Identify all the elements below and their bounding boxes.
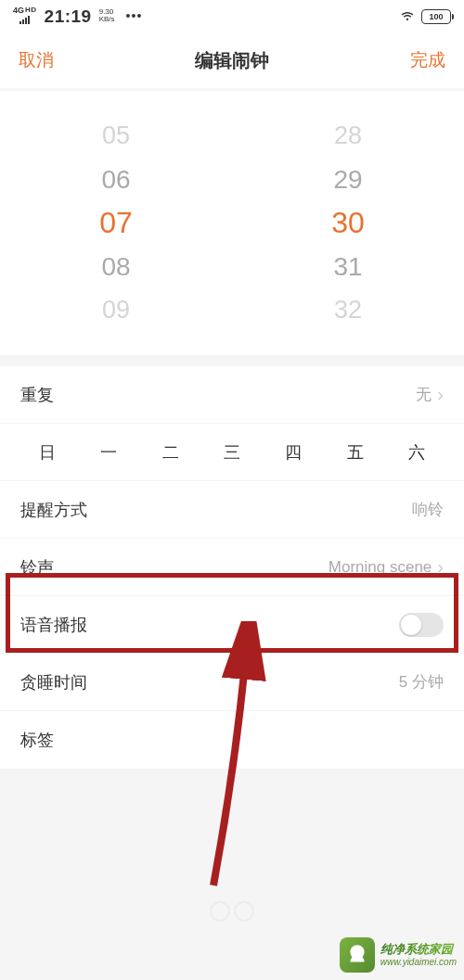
voice-broadcast-row[interactable]: 语音播报 xyxy=(0,596,464,654)
ringtone-row[interactable]: 铃声 Morning scene› xyxy=(0,539,464,596)
watermark-logo-icon xyxy=(340,937,375,973)
cancel-button[interactable]: 取消 xyxy=(19,48,54,72)
voice-toggle[interactable] xyxy=(399,613,444,637)
status-time: 21:19 xyxy=(45,6,92,27)
tag-row[interactable]: 标签 xyxy=(0,711,464,769)
header: 取消 编辑闹钟 完成 xyxy=(0,32,464,88)
status-bar: 4G HD 21:19 9.30 KB/s ••• 100 xyxy=(0,0,464,32)
watermark: 纯净系统家园 www.yidaimei.com xyxy=(340,937,457,973)
day-wed[interactable]: 三 xyxy=(224,441,240,464)
day-thu[interactable]: 四 xyxy=(285,441,302,464)
net-speed: 9.30 KB/s xyxy=(99,8,115,23)
faint-bg-icon xyxy=(209,892,255,934)
repeat-row[interactable]: 重复 无› xyxy=(0,366,464,424)
minute-selected: 30 xyxy=(232,201,464,245)
watermark-url: www.yidaimei.com xyxy=(380,957,457,968)
battery-icon: 100 xyxy=(421,9,451,24)
day-fri[interactable]: 五 xyxy=(347,441,364,464)
hour-selected: 07 xyxy=(0,201,232,245)
alert-mode-row[interactable]: 提醒方式 响铃 xyxy=(0,481,464,539)
svg-point-1 xyxy=(235,902,253,921)
settings-list: 重复 无› 日 一 二 三 四 五 六 提醒方式 响铃 铃声 Morning s… xyxy=(0,366,464,769)
chevron-right-icon: › xyxy=(437,384,444,405)
network-indicator: 4G HD xyxy=(13,6,37,24)
time-picker[interactable]: 05 06 07 08 09 28 29 30 31 32 xyxy=(0,91,464,355)
wifi-icon xyxy=(399,6,416,26)
watermark-title: 纯净系统家园 xyxy=(380,942,457,957)
more-dots-icon: ••• xyxy=(126,8,143,23)
svg-point-0 xyxy=(211,902,229,921)
days-row: 日 一 二 三 四 五 六 xyxy=(0,424,464,481)
hour-column[interactable]: 05 06 07 08 09 xyxy=(0,114,232,332)
snooze-row[interactable]: 贪睡时间 5 分钟 xyxy=(0,654,464,711)
day-tue[interactable]: 二 xyxy=(162,441,179,464)
day-mon[interactable]: 一 xyxy=(100,441,117,464)
chevron-right-icon: › xyxy=(437,556,444,578)
day-sun[interactable]: 日 xyxy=(39,441,56,464)
done-button[interactable]: 完成 xyxy=(410,48,445,72)
day-sat[interactable]: 六 xyxy=(408,441,425,464)
minute-column[interactable]: 28 29 30 31 32 xyxy=(232,114,464,332)
page-title: 编辑闹钟 xyxy=(195,48,269,73)
